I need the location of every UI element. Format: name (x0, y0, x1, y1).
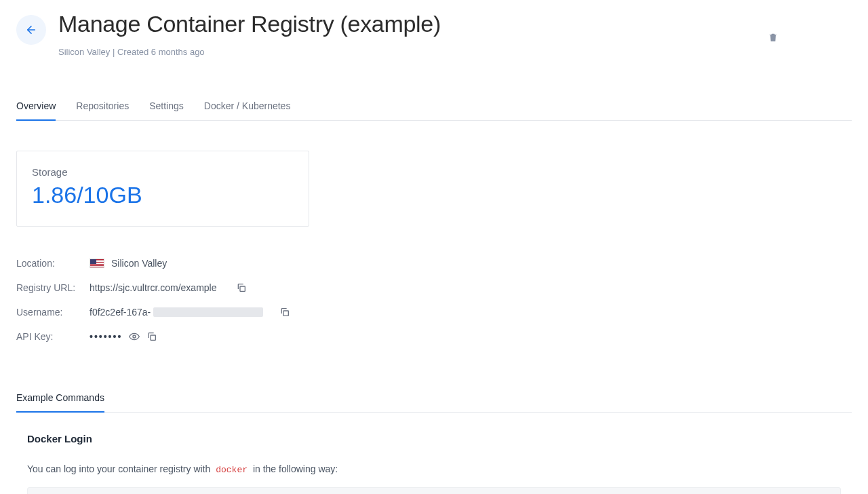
docker-login-desc: You can log into your container registry… (27, 463, 841, 475)
tab-settings[interactable]: Settings (149, 95, 184, 121)
svg-rect-2 (283, 311, 288, 316)
copy-username-button[interactable] (279, 307, 290, 318)
page-subtitle: Silicon Valley | Created 6 months ago (58, 47, 441, 57)
apikey-label: API Key: (16, 331, 90, 342)
apikey-masked: ••••••• (90, 331, 122, 342)
svg-point-3 (133, 335, 136, 338)
svg-rect-1 (240, 286, 245, 291)
reveal-apikey-button[interactable] (129, 331, 140, 342)
location-label: Location: (16, 258, 90, 269)
sub-tabs: Example Commands (16, 385, 852, 413)
trash-icon (768, 31, 778, 43)
svg-rect-4 (151, 335, 155, 340)
docker-login-desc-suffix: in the following way: (253, 463, 338, 474)
tab-example-commands[interactable]: Example Commands (16, 385, 104, 413)
registry-url-label: Registry URL: (16, 282, 90, 293)
docker-login-desc-prefix: You can log into your container registry… (27, 463, 210, 474)
docker-login-title: Docker Login (27, 433, 841, 444)
registry-url-value: https://sjc.vultrcr.com/example (90, 282, 217, 293)
storage-card: Storage 1.86/10GB (16, 151, 309, 227)
docker-login-section: Docker Login You can log into your conta… (16, 413, 852, 494)
page-header: Manage Container Registry (example) Sili… (16, 11, 852, 57)
copy-icon (146, 331, 157, 342)
copy-icon (279, 307, 290, 318)
username-prefix: f0f2c2ef-167a- (90, 307, 151, 318)
delete-button[interactable] (762, 26, 784, 49)
docker-login-command[interactable]: docker login https://sjc.vultrcr.com/exa… (27, 487, 841, 494)
username-label: Username: (16, 307, 90, 318)
page-title: Manage Container Registry (example) (58, 11, 441, 37)
docker-inline-code: docker (213, 464, 250, 476)
storage-value: 1.86/10GB (32, 182, 294, 208)
tab-overview[interactable]: Overview (16, 95, 56, 121)
back-button[interactable] (16, 15, 46, 45)
copy-registry-url-button[interactable] (236, 282, 247, 293)
details-section: Location: Silicon Valley Registry URL: h… (16, 251, 852, 349)
copy-apikey-button[interactable] (146, 331, 157, 342)
location-value: Silicon Valley (111, 258, 167, 269)
arrow-left-icon (25, 24, 37, 36)
eye-icon (129, 331, 140, 342)
main-tabs: Overview Repositories Settings Docker / … (16, 95, 852, 121)
storage-label: Storage (32, 166, 294, 178)
username-redacted (153, 307, 263, 317)
copy-icon (236, 282, 247, 293)
us-flag-icon (90, 259, 104, 268)
tab-repositories[interactable]: Repositories (76, 95, 129, 121)
tab-docker-kubernetes[interactable]: Docker / Kubernetes (204, 95, 291, 121)
